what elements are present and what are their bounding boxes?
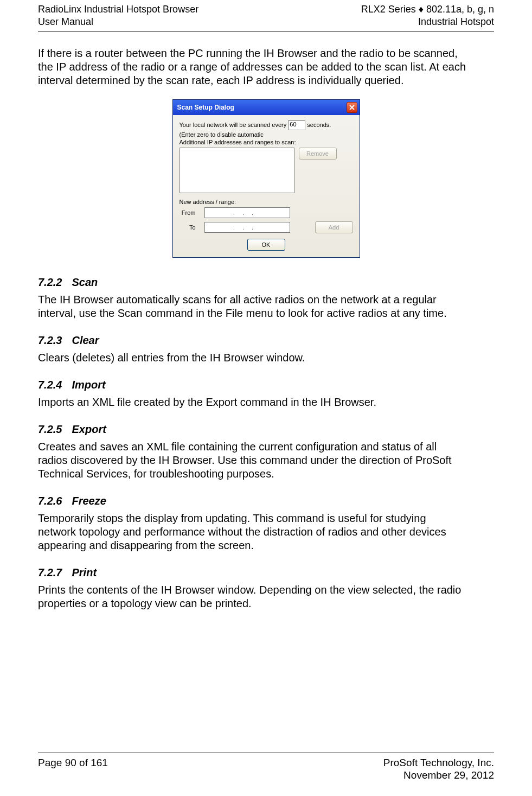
header-left-line1: RadioLinx Industrial Hotspot Browser	[38, 3, 198, 16]
ip-list-row: Remove	[180, 148, 353, 193]
section-body: Creates and saves an XML file containing…	[38, 440, 466, 481]
footer-left: Page 90 of 161	[38, 756, 108, 782]
section-body: Temporarily stops the display from updat…	[38, 512, 466, 552]
footer-rule	[38, 753, 494, 753]
page: RadioLinx Industrial Hotspot Browser Use…	[0, 0, 532, 796]
footer-right: ProSoft Technology, Inc. November 29, 20…	[383, 756, 494, 782]
to-ip-input[interactable]: ...	[204, 222, 290, 233]
to-label: To	[180, 224, 199, 231]
section-heading: 7.2.3Clear	[38, 334, 494, 347]
section-title: Freeze	[72, 495, 106, 507]
section-title: Import	[72, 379, 105, 391]
dialog-titlebar: Scan Setup Dialog	[173, 100, 360, 115]
header-right-line2: Industrial Hotspot	[361, 16, 494, 28]
footer-row: Page 90 of 161 ProSoft Technology, Inc. …	[38, 756, 494, 782]
section-number: 7.2.7	[38, 566, 62, 578]
section-body: Prints the contents of the IH Browser wi…	[38, 583, 466, 610]
section-title: Clear	[72, 334, 99, 346]
section-title: Print	[72, 566, 97, 578]
header-left-line2: User Manual	[38, 16, 198, 28]
page-footer: Page 90 of 161 ProSoft Technology, Inc. …	[38, 753, 494, 782]
scan-interval-label-a: Your local network will be scanned every	[180, 122, 287, 128]
section-number: 7.2.2	[38, 276, 62, 288]
ip-list[interactable]	[180, 148, 294, 193]
section-number: 7.2.6	[38, 495, 62, 507]
ip-range-block: From ... To ... Add	[180, 207, 353, 233]
section-print: 7.2.7Print Prints the contents of the IH…	[38, 566, 494, 610]
section-freeze: 7.2.6Freeze Temporarily stops the displa…	[38, 495, 494, 552]
section-body: The IH Browser automatically scans for a…	[38, 293, 466, 320]
scan-interval-hint: (Enter zero to disable automatic	[180, 131, 353, 138]
scan-interval-input[interactable]: 60	[288, 120, 305, 130]
section-number: 7.2.3	[38, 334, 62, 346]
section-number: 7.2.5	[38, 423, 62, 435]
ok-button[interactable]: OK	[247, 239, 285, 251]
remove-button[interactable]: Remove	[299, 148, 337, 160]
close-x-icon	[349, 105, 355, 110]
page-header: RadioLinx Industrial Hotspot Browser Use…	[38, 0, 494, 28]
section-title: Scan	[72, 276, 98, 288]
additional-ip-label: Additional IP addresses and ranges to sc…	[180, 139, 353, 145]
dialog-body: Your local network will be scanned every…	[173, 115, 360, 257]
dialog-title: Scan Setup Dialog	[175, 104, 234, 111]
section-heading: 7.2.7Print	[38, 566, 494, 579]
close-icon[interactable]	[347, 102, 357, 113]
content: If there is a router between the PC runn…	[38, 31, 494, 610]
section-import: 7.2.4Import Imports an XML file created …	[38, 379, 494, 409]
section-body: Imports an XML file created by the Expor…	[38, 396, 466, 409]
from-ip-input[interactable]: ...	[204, 207, 290, 218]
footer-right-line2: November 29, 2012	[383, 769, 494, 782]
ok-row: OK	[180, 239, 353, 251]
header-right-line1: RLX2 Series ♦ 802.11a, b, g, n	[361, 3, 494, 16]
section-heading: 7.2.2Scan	[38, 276, 494, 289]
ip-to-row: To ... Add	[180, 221, 353, 233]
section-scan: 7.2.2Scan The IH Browser automatically s…	[38, 276, 494, 320]
section-body: Clears (deletes) all entries from the IH…	[38, 351, 466, 365]
scan-setup-dialog: Scan Setup Dialog Your local network wil…	[172, 99, 360, 258]
header-left: RadioLinx Industrial Hotspot Browser Use…	[38, 3, 198, 28]
intro-paragraph: If there is a router between the PC runn…	[38, 47, 466, 87]
ip-from-row: From ...	[180, 207, 353, 218]
section-heading: 7.2.5Export	[38, 423, 494, 436]
section-clear: 7.2.3Clear Clears (deletes) all entries …	[38, 334, 494, 365]
section-export: 7.2.5Export Creates and saves an XML fil…	[38, 423, 494, 481]
scan-interval-row: Your local network will be scanned every…	[180, 120, 353, 130]
section-title: Export	[72, 423, 106, 435]
add-button[interactable]: Add	[315, 221, 353, 233]
section-heading: 7.2.4Import	[38, 379, 494, 391]
scan-setup-dialog-figure: Scan Setup Dialog Your local network wil…	[38, 99, 494, 258]
section-number: 7.2.4	[38, 379, 62, 391]
header-right: RLX2 Series ♦ 802.11a, b, g, n Industria…	[361, 3, 494, 28]
new-address-label: New address / range:	[180, 199, 353, 205]
scan-interval-label-b: seconds.	[307, 122, 331, 128]
section-heading: 7.2.6Freeze	[38, 495, 494, 507]
from-label: From	[180, 209, 199, 216]
footer-right-line1: ProSoft Technology, Inc.	[383, 756, 494, 769]
